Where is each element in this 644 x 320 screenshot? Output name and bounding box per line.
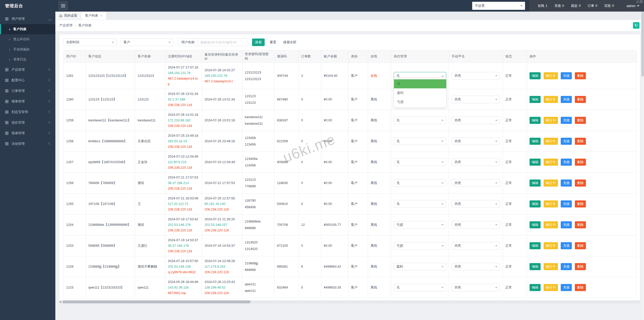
sidebar-item[interactable]: › 手动加减款	[0, 44, 55, 54]
horizontal-scrollbar-thumb[interactable]	[62, 300, 251, 303]
risk-select[interactable]: 无	[394, 200, 446, 208]
sidebar-item[interactable]: › 禁止IP访问	[0, 34, 55, 44]
close-position-select[interactable]: 关闭	[452, 137, 500, 145]
scroll-left-arrow-icon[interactable]	[59, 301, 61, 303]
bank-card-button[interactable]: 银行卡	[544, 117, 558, 124]
breadcrumb-item[interactable]: 产品管理	[59, 23, 72, 28]
risk-select[interactable]: 亏损	[394, 242, 446, 250]
sidebar-item[interactable]: › 报表管理	[0, 128, 55, 138]
sidebar-item[interactable]: › 综合管理	[0, 117, 55, 128]
sidebar-item[interactable]: › 活动管理	[0, 138, 55, 149]
bank-card-button[interactable]: 银行卡	[544, 96, 558, 103]
recharge-button[interactable]: 充值	[561, 180, 572, 187]
close-position-select[interactable]: 关闭	[452, 200, 500, 208]
bank-card-button[interactable]: 银行卡	[544, 242, 558, 249]
edit-button[interactable]: 编辑	[530, 284, 541, 291]
edit-button[interactable]: 编辑	[530, 96, 541, 103]
recharge-button[interactable]: 充值	[561, 72, 572, 79]
header-stat[interactable]: 订单0	[588, 4, 597, 8]
delete-button[interactable]: 删除	[575, 263, 586, 270]
recharge-button[interactable]: 充值	[561, 117, 572, 124]
edit-button[interactable]: 编辑	[530, 242, 541, 249]
close-position-select[interactable]: 关闭	[452, 117, 500, 124]
delete-button[interactable]: 删除	[575, 200, 586, 207]
delete-button[interactable]: 删除	[575, 284, 586, 291]
edit-button[interactable]: 编辑	[530, 72, 541, 79]
delete-button[interactable]: 删除	[575, 180, 586, 187]
recharge-button[interactable]: 充值	[561, 263, 572, 270]
risk-select[interactable]: 无	[394, 284, 446, 291]
vertical-scrollbar-thumb[interactable]	[641, 12, 644, 77]
admin-menu[interactable]: admin	[627, 4, 639, 8]
close-position-select[interactable]: 关闭	[452, 263, 500, 270]
sidebar-item[interactable]: › 维单管理	[0, 96, 55, 107]
recharge-button[interactable]: 充值	[561, 96, 572, 103]
preset-select[interactable]: 不设置	[472, 2, 525, 10]
delete-button[interactable]: 删除	[575, 72, 586, 79]
delete-button[interactable]: 删除	[575, 242, 586, 249]
bank-card-button[interactable]: 银行卡	[544, 284, 558, 291]
close-position-select[interactable]: 关闭	[452, 179, 500, 187]
hamburger-menu-button[interactable]	[58, 1, 68, 11]
page-tab[interactable]: 我的桌面 ×	[55, 12, 81, 20]
vertical-scrollbar[interactable]	[641, 12, 644, 320]
page-tab[interactable]: 客户列表 ×	[81, 12, 106, 20]
delete-button[interactable]: 删除	[575, 221, 586, 228]
header-stat[interactable]: 提款0	[571, 4, 581, 8]
keyword-input[interactable]	[198, 39, 248, 46]
risk-select[interactable]: 盈利	[394, 263, 446, 270]
edit-button[interactable]: 编辑	[530, 159, 541, 166]
recharge-button[interactable]: 充值	[561, 221, 572, 228]
delete-button[interactable]: 删除	[575, 96, 586, 103]
reset-button[interactable]: 重置	[270, 40, 276, 45]
time-range-select[interactable]: 全部时间	[63, 39, 117, 46]
risk-select[interactable]: 亏损	[394, 221, 446, 229]
edit-button[interactable]: 编辑	[530, 200, 541, 207]
edit-button[interactable]: 编辑	[530, 221, 541, 228]
bank-card-button[interactable]: 银行卡	[544, 159, 558, 166]
edit-button[interactable]: 编辑	[530, 138, 541, 145]
customer-type-select[interactable]: 客户	[121, 39, 173, 46]
sidebar-item[interactable]: › 订单管理	[0, 86, 55, 96]
recharge-button[interactable]: 充值	[561, 284, 572, 291]
close-position-select[interactable]: 关闭	[452, 96, 500, 103]
risk-select[interactable]: 无	[394, 179, 446, 187]
risk-select[interactable]: 无	[394, 117, 446, 124]
recharge-button[interactable]: 充值	[561, 138, 572, 145]
sidebar-item[interactable]: › 客户列表	[0, 24, 55, 34]
header-stat[interactable]: 在线1	[538, 4, 547, 8]
bank-card-button[interactable]: 银行卡	[544, 263, 558, 270]
close-position-select[interactable]: 关闭	[452, 242, 500, 250]
bank-card-button[interactable]: 银行卡	[544, 221, 558, 228]
sidebar-item[interactable]: › 产品管理	[0, 64, 55, 75]
delete-button[interactable]: 删除	[575, 159, 586, 166]
close-icon[interactable]: ×	[100, 14, 102, 18]
risk-select[interactable]: 无	[394, 158, 446, 166]
edit-button[interactable]: 编辑	[530, 180, 541, 187]
close-position-select[interactable]: 关闭	[452, 72, 500, 80]
horizontal-scrollbar[interactable]	[59, 300, 640, 303]
recharge-button[interactable]: 充值	[561, 242, 572, 249]
sidebar-item[interactable]: › 利息宝管理	[0, 107, 55, 117]
search-button[interactable]: 搜索	[252, 39, 265, 46]
header-stat[interactable]: 充值0	[554, 4, 564, 8]
sidebar-item[interactable]: › 登录日志	[0, 54, 55, 64]
header-stat[interactable]: 定投0	[604, 4, 614, 8]
search-all-button[interactable]: 搜索全部	[283, 40, 296, 45]
sidebar-item[interactable]: › 配置中心	[0, 75, 55, 86]
risk-dropdown-option[interactable]: 亏损	[394, 97, 446, 106]
bank-card-button[interactable]: 银行卡	[544, 138, 558, 145]
delete-button[interactable]: 删除	[575, 117, 586, 124]
risk-dropdown-option[interactable]: 无	[394, 79, 446, 88]
risk-select[interactable]: 无	[394, 137, 446, 145]
close-position-select[interactable]: 关闭	[452, 284, 500, 291]
refresh-button[interactable]	[633, 22, 639, 29]
edit-button[interactable]: 编辑	[530, 117, 541, 124]
bank-card-button[interactable]: 银行卡	[544, 200, 558, 207]
close-position-select[interactable]: 关闭	[452, 221, 500, 229]
sidebar-item[interactable]: › 用户管理	[0, 14, 55, 24]
edit-button[interactable]: 编辑	[530, 263, 541, 270]
name-field-label[interactable]: 用户名称	[178, 39, 198, 46]
close-position-select[interactable]: 关闭	[452, 158, 500, 166]
recharge-button[interactable]: 充值	[561, 200, 572, 207]
